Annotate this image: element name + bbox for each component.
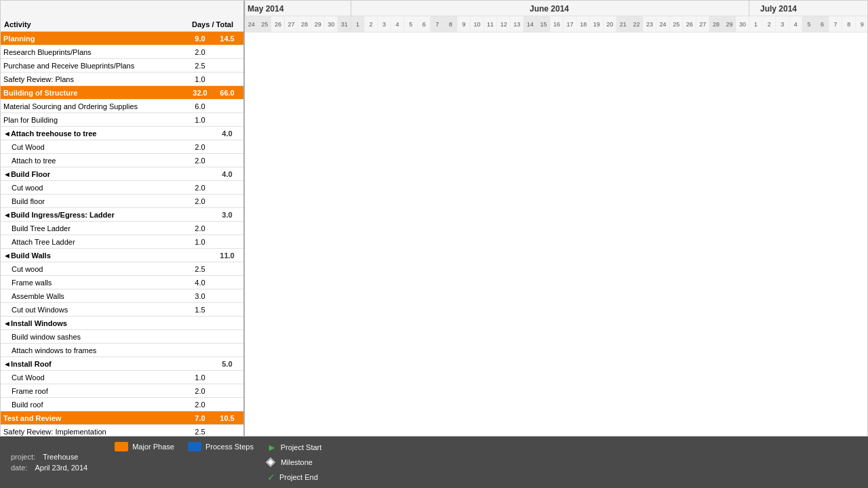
svg-text:1: 1 [356, 21, 359, 28]
purchase-row: Purchase and Receive Blueprints/Plans 2.… [1, 59, 243, 73]
build-floor-header-total: 4.0 [214, 170, 241, 178]
safety-impl-days: 2.5 [186, 428, 214, 436]
assemble-walls-name: Assemble Walls [3, 292, 186, 300]
attach-ladder-row: Attach Tree Ladder 1.0 [1, 235, 243, 249]
build-roof-name: Build roof [3, 401, 186, 409]
purchase-name: Purchase and Receive Blueprints/Plans [3, 62, 186, 70]
test-phase-row: Test and Review 7.0 10.5 [1, 411, 243, 425]
svg-text:26: 26 [686, 21, 693, 28]
frame-walls-name: Frame walls [3, 279, 186, 287]
project-start-icon: ► [267, 442, 277, 453]
svg-text:30: 30 [328, 21, 334, 28]
svg-text:4: 4 [396, 21, 399, 28]
svg-text:11: 11 [487, 21, 494, 28]
legend-project-end: ✓ Project End [267, 472, 321, 483]
building-phase-row: Building of Structure 32.0 66.0 [1, 86, 243, 100]
svg-text:1: 1 [754, 21, 757, 28]
cut-wood-1-row: Cut Wood 2.0 [1, 140, 243, 154]
process-steps-color [188, 442, 201, 451]
build-ladder-row: Build Tree Ladder 2.0 [1, 222, 243, 235]
svg-text:2: 2 [768, 21, 771, 28]
svg-text:5: 5 [807, 21, 810, 28]
planning-name: Planning [3, 35, 186, 43]
plan-building-days: 1.0 [186, 116, 214, 124]
research-name: Research Blueprints/Plans [3, 48, 186, 56]
planning-total: 14.5 [214, 34, 241, 43]
svg-text:25: 25 [261, 21, 268, 28]
svg-text:31: 31 [341, 21, 348, 28]
svg-text:7: 7 [834, 21, 837, 28]
build-ladder-days: 2.0 [186, 224, 214, 232]
gantt-svg: May 2014 June 2014 July 2014 22 23 [245, 1, 867, 436]
build-floor-row: Build floor 2.0 [1, 195, 243, 208]
gantt-area: Activity Days / Total Planning 9.0 14.5 … [0, 0, 868, 436]
days-total-header: Days / Total [192, 20, 233, 28]
footer: project: Treehouse date: April 23rd, 201… [0, 436, 868, 488]
svg-text:28: 28 [713, 21, 719, 28]
ingress-header-row: ◄Build Ingress/Egress: Ladder 3.0 [1, 208, 243, 222]
building-total: 66.0 [214, 88, 241, 98]
footer-date-row: date: April 23rd, 2014 [11, 464, 87, 472]
project-start-label: Project Start [281, 443, 322, 451]
attach-header-name: ◄Attach treehouse to tree [3, 129, 186, 138]
attach-windows-name: Attach windows to frames [3, 346, 186, 354]
svg-text:18: 18 [580, 21, 587, 28]
project-label: project: [11, 453, 35, 461]
install-windows-header-name: ◄Install Windows [3, 319, 186, 327]
footer-legend: Major Phase Process Steps ► Project Star… [115, 442, 321, 483]
cut-wood-roof-name: Cut Wood [3, 373, 186, 382]
svg-text:23: 23 [646, 21, 653, 28]
ingress-header-total: 3.0 [214, 211, 241, 219]
build-floor-header-row: ◄Build Floor 4.0 [1, 167, 243, 181]
legend-major-phase: Major Phase [115, 442, 174, 451]
frame-roof-days: 2.0 [186, 387, 214, 395]
right-panel[interactable]: May 2014 June 2014 July 2014 22 23 [245, 1, 867, 436]
date-label: date: [11, 464, 27, 472]
install-roof-header-name: ◄Install Roof [3, 360, 186, 368]
frame-walls-row: Frame walls 4.0 [1, 276, 243, 289]
project-value: Treehouse [43, 453, 78, 461]
footer-project-row: project: Treehouse [11, 453, 87, 461]
cut-wood-3-name: Cut wood [3, 265, 186, 273]
frame-roof-name: Frame roof [3, 387, 186, 395]
build-roof-row: Build roof 2.0 [1, 398, 243, 411]
svg-text:30: 30 [739, 21, 746, 28]
material-row: Material Sourcing and Ordering Supplies … [1, 100, 243, 113]
attach-ladder-name: Attach Tree Ladder [3, 238, 186, 246]
research-days: 2.0 [186, 48, 214, 56]
svg-text:13: 13 [513, 21, 520, 28]
svg-text:24: 24 [248, 21, 255, 28]
cut-wood-2-row: Cut wood 2.0 [1, 181, 243, 195]
safety-plans-name: Safety Review: Plans [3, 75, 186, 83]
svg-text:29: 29 [315, 21, 321, 28]
install-roof-header-total: 5.0 [214, 360, 241, 368]
svg-text:3: 3 [382, 21, 386, 28]
safety-impl-name: Safety Review: Implementation [3, 428, 186, 436]
safety-plans-days: 1.0 [186, 75, 214, 83]
svg-text:6: 6 [422, 21, 426, 28]
planning-days: 9.0 [186, 35, 214, 43]
svg-text:29: 29 [726, 21, 732, 28]
attach-ladder-days: 1.0 [186, 238, 214, 246]
svg-text:10: 10 [474, 21, 481, 28]
assemble-walls-days: 3.0 [186, 292, 214, 300]
build-floor-name: Build floor [3, 197, 186, 205]
material-days: 6.0 [186, 102, 214, 110]
svg-text:2: 2 [369, 21, 372, 28]
test-total: 10.5 [214, 413, 241, 423]
svg-text:24: 24 [660, 21, 667, 28]
cut-wood-2-name: Cut wood [3, 184, 186, 192]
svg-text:4: 4 [794, 21, 797, 28]
install-windows-header-row: ◄Install Windows [1, 317, 243, 330]
cut-wood-1-days: 2.0 [186, 143, 214, 151]
svg-text:July 2014: July 2014 [760, 4, 797, 14]
assemble-walls-row: Assemble Walls 3.0 [1, 289, 243, 303]
svg-text:12: 12 [500, 21, 507, 28]
cut-windows-days: 1.5 [186, 306, 214, 314]
building-name: Building of Structure [3, 89, 186, 97]
svg-text:20: 20 [606, 21, 613, 28]
attach-tree-row: Attach to tree 2.0 [1, 154, 243, 167]
svg-text:14: 14 [527, 21, 534, 28]
activity-header: Activity [4, 20, 31, 28]
ingress-header-name: ◄Build Ingress/Egress: Ladder [3, 211, 186, 219]
